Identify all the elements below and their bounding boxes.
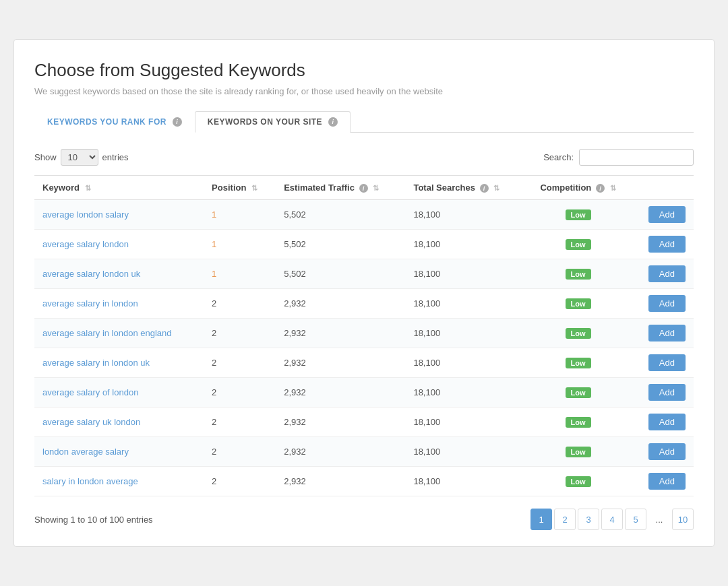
keywords-table: Keyword ⇅ Position ⇅ Estimated Traffic i… (34, 175, 694, 496)
tab-keywords-site[interactable]: KEYWORDS ON YOUR SITE i (195, 111, 351, 133)
action-cell: Add (632, 230, 694, 259)
entries-label: entries (102, 152, 129, 162)
page-button[interactable]: 2 (554, 509, 576, 530)
traffic-cell: 2,932 (276, 408, 405, 437)
add-button[interactable]: Add (648, 325, 686, 341)
competition-cell: Low (524, 259, 632, 289)
position-cell: 1 (204, 200, 276, 230)
position-cell: 1 (204, 230, 276, 259)
searches-cell: 18,100 (405, 200, 524, 230)
keyword-cell: average salary in london uk (34, 348, 204, 378)
page-subtitle: We suggest keywords based on those the s… (34, 86, 694, 96)
traffic-cell: 2,932 (276, 437, 405, 467)
tab-rank-info-icon: i (173, 117, 182, 127)
table-header-row: Keyword ⇅ Position ⇅ Estimated Traffic i… (34, 176, 694, 200)
table-row: average salary in london uk 2 2,932 18,1… (34, 348, 694, 378)
add-button[interactable]: Add (648, 295, 686, 312)
position-cell: 2 (204, 289, 276, 319)
keyword-cell: average salary in london england (34, 319, 204, 348)
sort-icon-traffic: ⇅ (373, 184, 379, 193)
sort-icon-searches: ⇅ (493, 184, 499, 193)
searches-cell: 18,100 (405, 348, 524, 378)
keyword-cell: average london salary (34, 200, 204, 230)
competition-cell: Low (524, 200, 632, 230)
action-cell: Add (632, 437, 694, 467)
action-cell: Add (632, 289, 694, 319)
position-cell: 2 (204, 437, 276, 467)
keyword-cell: average salary of london (34, 378, 204, 408)
table-row: average salary london 1 5,502 18,100 Low… (34, 230, 694, 259)
search-input[interactable] (579, 149, 694, 166)
competition-badge: Low (566, 298, 591, 309)
page-button[interactable]: 10 (672, 509, 694, 530)
table-body: average london salary 1 5,502 18,100 Low… (34, 200, 694, 496)
traffic-cell: 2,932 (276, 289, 405, 319)
competition-badge: Low (566, 476, 591, 487)
traffic-cell: 5,502 (276, 230, 405, 259)
traffic-cell: 2,932 (276, 319, 405, 348)
competition-badge: Low (566, 417, 591, 428)
keyword-cell: average salary uk london (34, 408, 204, 437)
col-keyword[interactable]: Keyword ⇅ (34, 176, 204, 200)
add-button[interactable]: Add (648, 384, 686, 401)
traffic-cell: 2,932 (276, 378, 405, 408)
showing-text: Showing 1 to 10 of 100 entries (34, 515, 153, 525)
page-button[interactable]: 4 (601, 509, 623, 530)
table-row: london average salary 2 2,932 18,100 Low… (34, 437, 694, 467)
competition-cell: Low (524, 348, 632, 378)
position-cell: 2 (204, 348, 276, 378)
col-traffic[interactable]: Estimated Traffic i ⇅ (276, 176, 405, 200)
competition-badge: Low (566, 269, 591, 280)
searches-cell: 18,100 (405, 289, 524, 319)
searches-cell: 18,100 (405, 437, 524, 467)
sort-icon-keyword: ⇅ (85, 184, 91, 193)
add-button[interactable]: Add (648, 443, 686, 460)
tab-bar: KEYWORDS YOU RANK FOR i KEYWORDS ON YOUR… (34, 111, 694, 133)
table-row: average salary in london england 2 2,932… (34, 319, 694, 348)
col-position[interactable]: Position ⇅ (204, 176, 276, 200)
competition-badge: Low (566, 447, 591, 457)
main-card: Choose from Suggested Keywords We sugges… (13, 39, 715, 548)
tab-site-info-icon: i (328, 117, 338, 127)
competition-badge: Low (566, 387, 591, 398)
competition-cell: Low (524, 378, 632, 408)
competition-cell: Low (524, 289, 632, 319)
col-searches[interactable]: Total Searches i ⇅ (405, 176, 524, 200)
action-cell: Add (632, 259, 694, 289)
add-button[interactable]: Add (648, 473, 686, 490)
searches-cell: 18,100 (405, 259, 524, 289)
page-button[interactable]: 3 (578, 509, 599, 530)
action-cell: Add (632, 348, 694, 378)
col-action (632, 176, 694, 200)
add-button[interactable]: Add (648, 206, 686, 223)
show-label: Show (34, 152, 57, 162)
page-button[interactable]: 1 (530, 509, 552, 530)
table-row: salary in london average 2 2,932 18,100 … (34, 467, 694, 496)
table-row: average london salary 1 5,502 18,100 Low… (34, 200, 694, 230)
competition-cell: Low (524, 230, 632, 259)
page-button[interactable]: 5 (625, 509, 646, 530)
action-cell: Add (632, 408, 694, 437)
tab-keywords-rank[interactable]: KEYWORDS YOU RANK FOR i (34, 111, 195, 133)
search-label: Search: (543, 152, 574, 162)
pagination: 12345...10 (530, 509, 694, 530)
traffic-cell: 2,932 (276, 467, 405, 496)
table-row: average salary uk london 2 2,932 18,100 … (34, 408, 694, 437)
position-cell: 2 (204, 378, 276, 408)
add-button[interactable]: Add (648, 265, 686, 282)
add-button[interactable]: Add (648, 414, 686, 430)
searches-cell: 18,100 (405, 467, 524, 496)
col-competition[interactable]: Competition i ⇅ (524, 176, 632, 200)
entries-select[interactable]: 10 25 50 100 (61, 149, 98, 166)
sort-icon-competition: ⇅ (610, 184, 616, 193)
pagination-row: Showing 1 to 10 of 100 entries 12345...1… (34, 509, 694, 530)
competition-cell: Low (524, 467, 632, 496)
add-button[interactable]: Add (648, 354, 686, 371)
searches-cell: 18,100 (405, 408, 524, 437)
traffic-cell: 2,932 (276, 348, 405, 378)
add-button[interactable]: Add (648, 236, 686, 253)
searches-cell: 18,100 (405, 319, 524, 348)
competition-badge: Low (566, 328, 591, 339)
show-entries-control: Show 10 25 50 100 entries (34, 149, 129, 166)
sort-icon-position: ⇅ (251, 184, 257, 193)
